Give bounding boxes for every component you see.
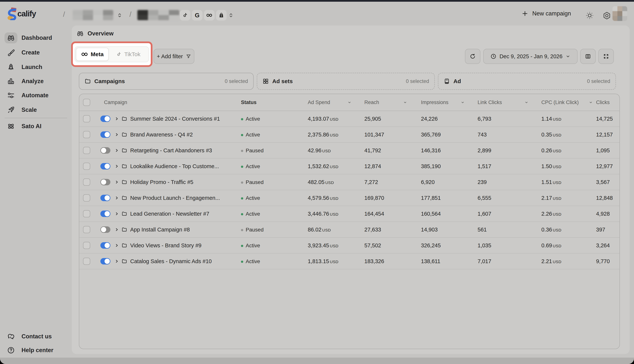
campaign-name[interactable]: Retargeting - Cart Abandoners #3 [130,148,212,154]
sort-chevron-icon[interactable] [461,100,465,104]
campaign-toggle[interactable] [100,258,110,264]
row-checkbox[interactable] [83,178,90,186]
campaign-toggle[interactable] [100,195,110,201]
row-checkbox[interactable] [83,131,90,138]
breadcrumb-account-redacted[interactable] [137,10,179,20]
sidebar-item-help-center[interactable]: Help center [0,343,72,358]
sort-chevron-icon[interactable] [403,100,407,104]
expand-row-icon[interactable] [114,227,119,232]
expand-row-icon[interactable] [114,132,119,137]
campaign-toggle[interactable] [100,226,110,233]
campaign-toggle[interactable] [100,179,110,185]
scalify-logo[interactable]: calify [7,7,36,20]
expand-row-icon[interactable] [114,196,119,200]
platform-tab-meta[interactable]: Meta [76,48,109,61]
clock-icon [490,53,496,60]
row-checkbox[interactable] [83,242,90,249]
row-checkbox[interactable] [83,194,90,202]
select-all-checkbox[interactable] [83,99,90,106]
settings-button[interactable] [602,11,611,20]
cpc-value: 0.35USD [541,132,561,138]
campaign-name[interactable]: Catalog Sales - Dynamic Ads #10 [130,258,212,264]
sidebar-item-create[interactable]: Create [0,45,72,60]
campaign-name[interactable]: Holiday Promo - Traffic #5 [130,179,193,185]
reach-value: 101,347 [364,132,384,138]
table-row: Lead Generation - Newsletter #7 Active 3… [79,206,619,222]
column-header-clicks[interactable]: Clicks [596,100,610,105]
sidebar-item-automate[interactable]: Automate [0,88,72,103]
row-checkbox[interactable] [83,163,90,170]
date-range-button[interactable]: Dec 9, 2025 - Jan 9, 2026 [483,49,578,64]
app-window: calify / / G [0,0,634,364]
status-cell: Paused [241,179,264,185]
column-header-status[interactable]: Status [241,100,257,105]
columns-button[interactable] [580,49,596,64]
workspace-selector-icon[interactable] [116,12,123,19]
add-filter-button[interactable]: + Add filter [154,49,194,64]
account-selector-icon[interactable] [228,12,234,19]
tab-ad-sets[interactable]: Ad sets 0 selected [257,73,435,90]
campaign-toggle[interactable] [100,116,110,122]
expand-row-icon[interactable] [114,164,119,169]
campaign-name[interactable]: Lead Generation - Newsletter #7 [130,211,209,217]
new-campaign-button[interactable]: New campaign [521,10,571,17]
campaign-toggle[interactable] [100,163,110,170]
expand-row-icon[interactable] [114,180,119,184]
sidebar-item-analyze[interactable]: Analyze [0,74,72,89]
column-header-campaign[interactable]: Campaign [104,100,127,105]
sidebar-item-label: Scale [22,106,37,113]
column-header-cpc[interactable]: CPC (Link Click) [541,100,579,105]
row-checkbox[interactable] [83,210,90,217]
campaign-name[interactable]: New Product Launch - Engagemen... [130,195,220,201]
expand-row-icon[interactable] [114,148,119,153]
cpc-value: 1.14USD [541,116,561,122]
campaign-name[interactable]: Summer Sale 2024 - Conversions #1 [130,116,220,122]
currency-label: USD [553,117,561,122]
expand-row-icon[interactable] [114,211,119,216]
sidebar-item-launch[interactable]: Launch [0,60,72,75]
column-header-link-clicks[interactable]: Link Clicks [478,100,502,105]
tab-ad[interactable]: Ad 0 selected [438,73,616,90]
refresh-button[interactable] [465,49,480,64]
campaign-toggle[interactable] [100,242,110,249]
expand-row-icon[interactable] [114,116,119,121]
campaign-toggle[interactable] [100,147,110,154]
sidebar-item-sato-ai[interactable]: Sato AI [0,119,72,134]
row-checkbox[interactable] [83,258,90,265]
column-header-reach[interactable]: Reach [364,100,379,105]
sort-chevron-icon[interactable] [347,100,352,104]
expand-row-icon[interactable] [114,243,119,248]
clicks-value: 12,157 [596,132,613,138]
tab-campaigns[interactable]: Campaigns 0 selected [79,73,254,90]
folder-icon [122,132,127,138]
column-header-impressions[interactable]: Impressions [421,100,449,105]
expand-row-icon[interactable] [114,259,119,264]
user-avatar[interactable] [612,6,627,21]
campaign-name[interactable]: App Install Campaign #8 [130,226,190,233]
google-platform-badge[interactable]: G [192,10,202,20]
sidebar-item-contact-us[interactable]: Contact us [0,329,72,344]
row-checkbox[interactable] [83,226,90,233]
sort-chevron-icon[interactable] [524,100,528,104]
sort-chevron-icon[interactable] [589,100,593,104]
row-checkbox[interactable] [83,115,90,122]
campaign-name[interactable]: Video Views - Brand Story #9 [130,242,201,249]
campaign-name[interactable]: Brand Awareness - Q4 #2 [130,132,193,138]
campaign-toggle[interactable] [100,210,110,217]
platform-tab-tiktok[interactable]: TikTok [109,48,148,61]
row-checkbox[interactable] [83,147,90,154]
theme-toggle-button[interactable] [585,11,594,20]
status-dot [241,134,243,136]
sidebar-item-dashboard[interactable]: Dashboard [0,30,72,46]
tiktok-platform-badge[interactable] [180,10,190,20]
ad-spend-value: 1,532.62USD [308,163,339,170]
shopify-platform-badge[interactable]: S [216,10,227,20]
meta-platform-badge[interactable] [204,10,214,20]
breadcrumb-workspace-redacted[interactable] [73,10,113,20]
campaign-toggle[interactable] [100,132,110,138]
campaign-name[interactable]: Lookalike Audience - Top Custome... [130,163,219,170]
sidebar-item-scale[interactable]: Scale [0,102,72,118]
fullscreen-button[interactable] [598,49,614,64]
impressions-value: 326,245 [421,242,441,249]
column-header-ad-spend[interactable]: Ad Spend [308,100,330,105]
